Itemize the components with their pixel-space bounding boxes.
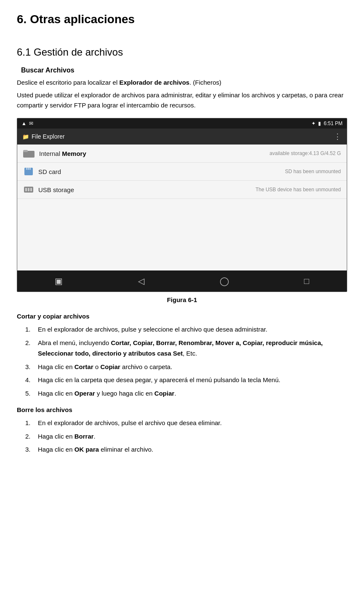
app-name-label: File Explorer [32, 133, 65, 140]
text-prefix: Haga clic en [38, 390, 74, 397]
internal-memory-left: Internal Memory [23, 149, 86, 158]
list-text-suffix: , Etc. [183, 350, 197, 357]
list-text: Haga clic en Borrar. [38, 431, 96, 442]
list-item: 1. En el explorador de archivos, pulse e… [25, 418, 347, 428]
back-icon[interactable]: ◁ [138, 276, 144, 286]
list-item[interactable]: Internal Memory available storage:4.13 G… [17, 145, 347, 163]
bluetooth-icon: ✦ [311, 120, 316, 126]
list-text: Haga clic en la carpeta que desea pegar,… [38, 375, 280, 386]
section-title: 6.1 Gestión de archivos [17, 46, 347, 58]
status-bar: ▲ ✉ ✦ ▮ 6:51 PM [17, 118, 347, 129]
list-num: 3. [25, 444, 35, 455]
list-num: 5. [25, 388, 35, 399]
list-item[interactable]: USB storage The USB device has been unmo… [17, 181, 347, 199]
list-text: Haga clic en Operar y luego haga clic en… [38, 388, 176, 399]
text-suffix: . [94, 433, 96, 440]
status-left-icons: ▲ ✉ [21, 120, 33, 126]
para1-bold: Explorador de archivos [119, 79, 189, 86]
svg-rect-7 [25, 188, 27, 191]
list-item: 1. En el explorador de archivos, pulse y… [25, 324, 347, 335]
screen-spacer [17, 199, 347, 270]
list-num: 2. [25, 337, 35, 359]
svg-rect-1 [23, 150, 28, 152]
svg-rect-8 [28, 188, 29, 191]
svg-rect-9 [30, 188, 32, 191]
overflow-menu-icon[interactable]: ⋮ [334, 132, 342, 141]
internal-prefix: Internal [39, 150, 62, 157]
figure-caption: Figura 6-1 [17, 296, 347, 303]
screenshot-icon: ▣ [55, 276, 63, 286]
text-suffix: archivo o carpeta. [120, 363, 172, 370]
list-num: 4. [25, 375, 35, 386]
list-num: 2. [25, 431, 35, 442]
list-text: En el explorador de archivos, pulse el a… [38, 418, 222, 428]
list-item: 4. Haga clic en la carpeta que desea peg… [25, 375, 347, 386]
para-explorador: Deslice el escritorio para localizar el … [17, 78, 347, 88]
list-item: 2. Haga clic en Borrar. [25, 431, 347, 442]
home-icon[interactable]: ◯ [220, 276, 229, 286]
svg-rect-5 [29, 168, 31, 170]
list-num: 1. [25, 418, 35, 428]
text-bold2: Copiar [100, 363, 120, 370]
text-suffix: . [174, 390, 176, 397]
text-mid: y luego haga clic en [95, 390, 154, 397]
notification-icon: ▲ [21, 120, 27, 126]
text-bold1: Operar [74, 390, 95, 397]
svg-rect-3 [26, 168, 27, 170]
text-bold2: Copiar [154, 390, 175, 397]
chapter-title: 6. Otras aplicaciones [17, 13, 347, 26]
recent-apps-icon[interactable]: □ [304, 276, 309, 286]
svg-rect-4 [28, 168, 29, 170]
para1-suffix: . (Ficheros) [189, 79, 221, 86]
list-text: Abra el menú, incluyendo Cortar, Copiar,… [38, 337, 347, 359]
text-bold: Borrar [74, 433, 94, 440]
sdcard-left: SD card [23, 167, 61, 176]
cut-copy-list: 1. En el explorador de archivos, pulse y… [25, 324, 347, 399]
internal-bold: Memory [62, 150, 86, 157]
list-text: Haga clic en Cortar o Copiar archivo o c… [38, 361, 172, 372]
usb-status: The USB device has been unmounted [255, 187, 341, 193]
internal-memory-label: Internal Memory [39, 150, 86, 157]
text-prefix: Haga clic en [38, 433, 74, 440]
list-item: 3. Haga clic en OK para eliminar el arch… [25, 444, 347, 455]
sdcard-status: SD has been unmounted [285, 169, 341, 174]
list-text: En el explorador de archivos, pulse y se… [38, 324, 267, 335]
text-prefix: Haga clic en [38, 446, 74, 453]
nav-bar: ▣ ◁ ◯ □ [17, 270, 347, 292]
sdcard-label: SD card [38, 168, 61, 175]
list-text-prefix: Abra el menú, incluyendo [38, 339, 111, 346]
time-display: 6:51 PM [324, 120, 343, 126]
list-num: 3. [25, 361, 35, 372]
delete-list: 1. En el explorador de archivos, pulse e… [25, 418, 347, 455]
list-item: 2. Abra el menú, incluyendo Cortar, Copi… [25, 337, 347, 359]
usb-icon [23, 185, 34, 194]
sdcard-icon [23, 167, 34, 176]
text-mid: o [93, 363, 101, 370]
status-right-icons: ✦ ▮ 6:51 PM [311, 120, 343, 126]
text-bold: OK para [74, 446, 99, 453]
text-bold1: Cortar [74, 363, 93, 370]
list-item: 5. Haga clic en Operar y luego haga clic… [25, 388, 347, 399]
battery-icon: ▮ [318, 120, 321, 126]
usb-left: USB storage [23, 185, 74, 194]
para1-prefix: Deslice el escritorio para localizar el [17, 79, 119, 86]
list-item[interactable]: SD card SD has been unmounted [17, 163, 347, 181]
usb-label: USB storage [38, 186, 74, 193]
subsection-delete-title: Borre los archivos [17, 406, 347, 413]
subsection-cut-title: Cortar y copiar archivos [17, 313, 347, 320]
file-list: Internal Memory available storage:4.13 G… [17, 145, 347, 199]
folder-icon [23, 149, 35, 158]
list-num: 1. [25, 324, 35, 335]
app-title-bar: 📁 File Explorer ⋮ [17, 129, 347, 145]
message-icon: ✉ [29, 120, 33, 126]
para-descripcion: Usted puede utilizar el explorador de ar… [17, 90, 347, 110]
phone-screenshot: ▲ ✉ ✦ ▮ 6:51 PM 📁 File Explorer ⋮ [17, 118, 347, 292]
text-suffix: eliminar el archivo. [99, 446, 153, 453]
list-text: Haga clic en OK para eliminar el archivo… [38, 444, 153, 455]
list-item: 3. Haga clic en Cortar o Copiar archivo … [25, 361, 347, 372]
file-explorer-icon: 📁 [22, 134, 29, 140]
text-prefix: Haga clic en [38, 363, 74, 370]
internal-memory-status: available storage:4.13 G/4.52 G [270, 150, 341, 156]
subsection-search-title: Buscar Archivos [21, 67, 347, 74]
